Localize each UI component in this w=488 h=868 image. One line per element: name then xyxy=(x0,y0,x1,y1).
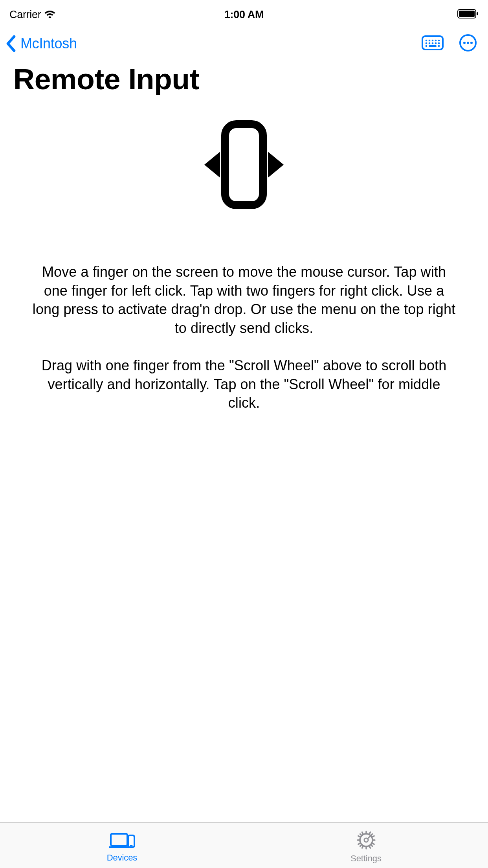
instruction-p1: Move a finger on the screen to move the … xyxy=(31,263,457,337)
svg-rect-1 xyxy=(459,11,475,17)
more-icon xyxy=(459,34,477,53)
svg-point-14 xyxy=(426,45,427,47)
svg-line-39 xyxy=(372,843,374,844)
battery-icon xyxy=(457,9,479,20)
nav-right xyxy=(421,34,477,53)
chevron-left-icon xyxy=(6,35,17,52)
svg-point-16 xyxy=(438,45,440,47)
svg-line-36 xyxy=(360,834,361,835)
tab-settings[interactable]: Settings xyxy=(244,823,488,868)
svg-line-37 xyxy=(369,832,370,834)
devices-icon xyxy=(109,831,135,850)
tab-settings-label: Settings xyxy=(350,853,382,864)
svg-marker-22 xyxy=(268,152,284,178)
nav-bar: McIntosh xyxy=(0,30,488,57)
tab-devices[interactable]: Devices xyxy=(0,823,244,868)
svg-line-38 xyxy=(372,836,374,837)
status-left: Carrier xyxy=(9,9,56,21)
wifi-icon xyxy=(44,9,56,21)
gear-icon xyxy=(357,831,376,851)
svg-rect-2 xyxy=(477,12,478,15)
svg-line-41 xyxy=(362,846,363,848)
svg-line-46 xyxy=(367,836,370,839)
status-right xyxy=(457,9,479,20)
keyboard-button[interactable] xyxy=(421,35,444,52)
scroll-wheel[interactable] xyxy=(199,116,289,243)
svg-point-19 xyxy=(467,42,469,44)
svg-point-9 xyxy=(426,42,427,44)
svg-rect-24 xyxy=(111,834,127,846)
instructions: Move a finger on the screen to move the … xyxy=(31,263,457,412)
svg-point-5 xyxy=(429,40,431,42)
trackpad-area[interactable]: Move a finger on the screen to move the … xyxy=(0,96,488,868)
svg-point-13 xyxy=(438,42,440,44)
svg-line-44 xyxy=(362,832,363,834)
svg-line-34 xyxy=(360,844,361,846)
svg-point-11 xyxy=(432,42,434,44)
svg-rect-15 xyxy=(429,45,437,47)
svg-point-8 xyxy=(438,40,440,42)
svg-line-40 xyxy=(369,846,370,848)
svg-rect-23 xyxy=(225,124,263,205)
svg-point-6 xyxy=(432,40,434,42)
svg-line-43 xyxy=(358,836,360,837)
keyboard-icon xyxy=(421,35,444,52)
svg-point-7 xyxy=(435,40,437,42)
back-label: McIntosh xyxy=(20,35,77,52)
status-bar: Carrier 1:00 AM xyxy=(0,3,488,26)
svg-point-12 xyxy=(435,42,437,44)
svg-point-10 xyxy=(429,42,431,44)
svg-point-4 xyxy=(426,40,427,42)
svg-point-18 xyxy=(463,42,466,44)
svg-line-32 xyxy=(371,844,372,846)
tab-bar: Devices xyxy=(0,822,488,868)
tab-devices-label: Devices xyxy=(107,853,138,863)
svg-line-30 xyxy=(371,834,372,835)
svg-line-42 xyxy=(358,843,360,844)
page-title: Remote Input xyxy=(0,57,488,96)
svg-point-20 xyxy=(470,42,473,44)
instruction-p2: Drag with one finger from the "Scroll Wh… xyxy=(31,356,457,412)
back-button[interactable]: McIntosh xyxy=(6,35,77,52)
scroll-wheel-icon xyxy=(199,120,289,211)
more-menu-button[interactable] xyxy=(459,34,477,53)
status-time: 1:00 AM xyxy=(224,9,264,21)
svg-marker-21 xyxy=(204,152,220,178)
carrier-label: Carrier xyxy=(9,9,41,21)
